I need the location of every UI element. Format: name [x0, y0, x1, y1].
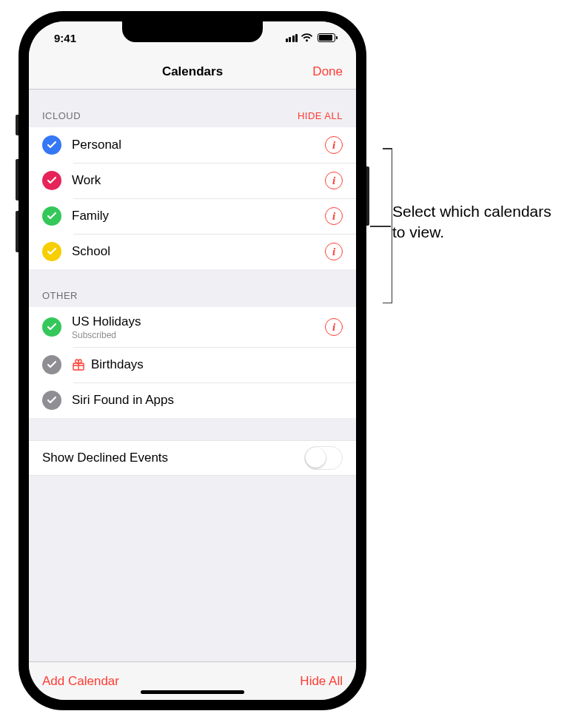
add-calendar-button[interactable]: Add Calendar	[42, 674, 119, 689]
calendar-title: Siri Found in Apps	[72, 393, 343, 408]
checkbox-icon[interactable]	[42, 135, 61, 155]
calendar-row-us-holidays[interactable]: US Holidays Subscribed i	[29, 307, 356, 347]
toggle-label: Show Declined Events	[42, 451, 168, 465]
callout: Select which calendars to view.	[392, 201, 559, 243]
calendar-title: Personal	[72, 138, 325, 152]
callout-line	[370, 226, 391, 227]
calendar-title: Work	[72, 173, 325, 188]
battery-icon	[318, 33, 335, 42]
calendar-row-family[interactable]: Family i	[29, 198, 356, 234]
mute-switch	[16, 115, 19, 135]
calendar-row-siri[interactable]: Siri Found in Apps	[29, 382, 356, 418]
calendar-row-personal[interactable]: Personal i	[29, 127, 356, 163]
done-button[interactable]: Done	[312, 64, 343, 79]
checkbox-icon[interactable]	[42, 242, 61, 261]
info-icon[interactable]: i	[325, 243, 343, 260]
calendar-title: Birthdays	[91, 357, 144, 372]
calendar-title: School	[72, 244, 325, 259]
toolbar: Add Calendar Hide All	[29, 661, 356, 700]
status-time: 9:41	[54, 32, 76, 44]
info-icon[interactable]: i	[325, 207, 343, 225]
volume-up-button	[16, 159, 19, 200]
info-icon[interactable]: i	[325, 136, 343, 154]
info-icon[interactable]: i	[325, 318, 343, 336]
calendar-row-school[interactable]: School i	[29, 234, 356, 269]
wifi-icon	[301, 33, 313, 42]
home-indicator	[141, 690, 244, 694]
checkbox-icon[interactable]	[42, 206, 61, 226]
status-right	[286, 33, 336, 42]
icloud-list: Personal i Work i Family i	[29, 127, 356, 269]
show-declined-toggle[interactable]	[304, 446, 343, 470]
section-header-other: OTHER	[29, 269, 356, 307]
signal-icon	[286, 34, 298, 42]
section-label: ICLOUD	[42, 110, 81, 121]
checkbox-icon[interactable]	[42, 355, 61, 374]
checkbox-icon[interactable]	[42, 171, 61, 190]
checkbox-icon[interactable]	[42, 317, 61, 337]
info-icon[interactable]: i	[325, 172, 343, 189]
nav-bar: Calendars Done	[29, 54, 356, 90]
screen: 9:41 Calendars Done ICLOUD HIDE ALL	[29, 21, 356, 700]
section-label: OTHER	[42, 290, 78, 301]
calendars-list: ICLOUD HIDE ALL Personal i Work i	[29, 90, 356, 661]
calendar-title: Family	[72, 209, 325, 223]
show-declined-row: Show Declined Events	[29, 440, 356, 476]
calendar-subtitle: Subscribed	[72, 330, 325, 340]
hide-all-icloud-button[interactable]: HIDE ALL	[298, 110, 343, 121]
section-header-icloud: ICLOUD HIDE ALL	[29, 90, 356, 127]
other-list: US Holidays Subscribed i	[29, 307, 356, 418]
calendar-row-work[interactable]: Work i	[29, 163, 356, 198]
callout-text: Select which calendars to view.	[392, 201, 559, 243]
gift-icon	[72, 358, 85, 371]
calendar-title: US Holidays	[72, 314, 325, 329]
iphone-frame: 9:41 Calendars Done ICLOUD HIDE ALL	[19, 11, 366, 710]
power-button	[366, 166, 369, 226]
hide-all-button[interactable]: Hide All	[300, 674, 343, 689]
volume-down-button	[16, 211, 19, 252]
checkbox-icon[interactable]	[42, 391, 61, 410]
nav-title: Calendars	[162, 64, 223, 79]
calendar-row-birthdays[interactable]: Birthdays	[29, 347, 356, 382]
notch	[122, 21, 263, 42]
